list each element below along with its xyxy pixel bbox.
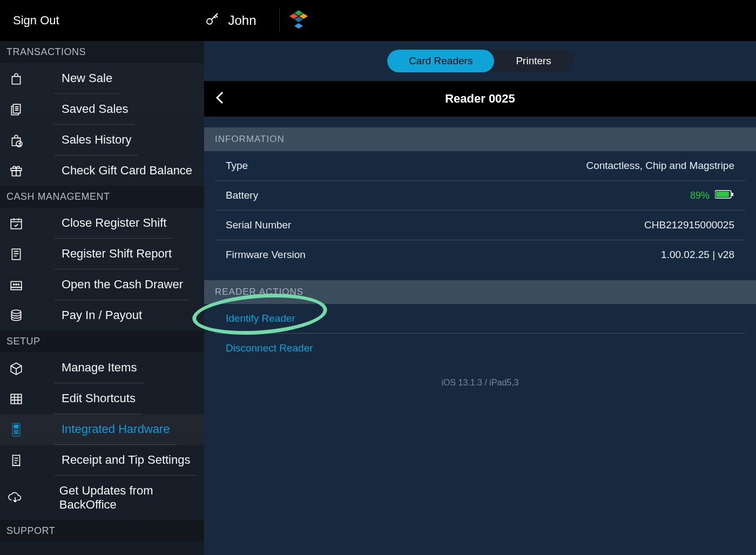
sidebar-label: Integrated Hardware: [54, 414, 177, 445]
svg-point-23: [16, 433, 17, 434]
svg-point-16: [14, 430, 15, 431]
sidebar-label: Sales History: [54, 125, 138, 155]
sidebar-label: Check Gift Card Balance: [54, 155, 199, 186]
sidebar-label: Edit Shortcuts: [54, 383, 142, 414]
sidebar: TRANSACTIONS New Sale Saved Sales Sales …: [0, 41, 204, 555]
label-type: Type: [226, 160, 248, 172]
bag-icon: [0, 72, 27, 86]
value-type: Contactless, Chip and Magstripe: [586, 160, 734, 172]
box-icon: [0, 361, 27, 375]
sidebar-item-get-updates[interactable]: Get Updates from BackOffice: [0, 476, 204, 520]
tab-bar: Card Readers Printers: [204, 41, 756, 81]
sidebar-item-receipt-tip[interactable]: Receipt and Tip Settings: [0, 445, 204, 476]
svg-rect-8: [11, 287, 22, 289]
label-serial: Serial Number: [226, 219, 291, 231]
svg-rect-13: [11, 394, 22, 403]
sidebar-label: Register Shift Report: [54, 239, 178, 269]
coins-icon: [0, 308, 27, 322]
device-info: iOS 13.1.3 / iPad5,3: [204, 363, 756, 403]
sidebar-label: Open the Cash Drawer: [54, 269, 190, 300]
main-content: Card Readers Printers Reader 0025 INFORM…: [204, 41, 756, 555]
svg-point-21: [17, 431, 18, 432]
svg-point-0: [207, 19, 212, 24]
sidebar-item-saved-sales[interactable]: Saved Sales: [0, 94, 204, 125]
svg-point-24: [17, 433, 18, 434]
svg-rect-6: [12, 249, 20, 260]
report-icon: [0, 247, 27, 261]
value-battery: 89%: [690, 190, 710, 201]
row-type: Type Contactless, Chip and Magstripe: [215, 151, 745, 181]
sidebar-label: New Sale: [54, 63, 119, 94]
sidebar-item-sales-history[interactable]: Sales History: [0, 125, 204, 155]
value-serial: CHB212915000025: [644, 219, 734, 231]
svg-rect-15: [14, 425, 18, 428]
row-firmware: Firmware Version 1.00.02.25 | v28: [215, 240, 745, 269]
sidebar-label: Receipt and Tip Settings: [54, 445, 197, 476]
calendar-check-icon: [0, 216, 27, 231]
sidebar-label: Saved Sales: [54, 94, 135, 125]
svg-point-9: [14, 283, 15, 285]
svg-point-20: [16, 431, 17, 432]
sidebar-label: Get Updates from BackOffice: [52, 476, 204, 520]
sidebar-label: Close Register Shift: [54, 208, 173, 239]
sidebar-label: Pay In / Payout: [54, 300, 148, 330]
svg-rect-7: [11, 281, 22, 287]
documents-icon: [0, 103, 27, 117]
svg-point-19: [14, 431, 15, 432]
sidebar-item-edit-shortcuts[interactable]: Edit Shortcuts: [0, 383, 204, 414]
tab-card-readers[interactable]: Card Readers: [387, 50, 494, 72]
section-header-cash: CASH MANAGEMENT: [0, 186, 204, 208]
action-disconnect-reader[interactable]: Disconnect Reader: [215, 334, 745, 363]
svg-point-12: [11, 310, 21, 314]
sidebar-item-close-shift[interactable]: Close Register Shift: [0, 208, 204, 239]
sidebar-item-new-sale[interactable]: New Sale: [0, 63, 204, 94]
sidebar-item-open-drawer[interactable]: Open the Cash Drawer: [0, 269, 204, 300]
section-header-setup: SETUP: [0, 330, 204, 353]
sidebar-item-payin-payout[interactable]: Pay In / Payout: [0, 300, 204, 330]
sidebar-item-manage-items[interactable]: Manage Items: [0, 353, 204, 383]
sidebar-item-shift-report[interactable]: Register Shift Report: [0, 239, 204, 269]
row-serial: Serial Number CHB212915000025: [215, 211, 745, 240]
sidebar-label: Manage Items: [54, 353, 143, 383]
detail-title: Reader 0025: [204, 92, 756, 106]
back-button[interactable]: [215, 90, 225, 107]
receipt-icon: [0, 454, 27, 468]
key-icon: [204, 11, 220, 30]
section-header-transactions: TRANSACTIONS: [0, 41, 204, 63]
divider: [279, 9, 280, 32]
battery-icon: [715, 189, 734, 201]
value-firmware: 1.00.02.25 | v28: [661, 249, 734, 261]
sign-out-button[interactable]: Sign Out: [13, 13, 59, 28]
svg-rect-27: [732, 193, 733, 196]
label-battery: Battery: [226, 189, 258, 201]
cash-drawer-icon: [0, 278, 27, 292]
svg-rect-26: [716, 192, 729, 197]
cloud-download-icon: [0, 491, 25, 505]
label-firmware: Firmware Version: [226, 249, 306, 261]
grid-icon: [0, 392, 27, 406]
svg-point-17: [16, 430, 17, 431]
svg-point-10: [16, 283, 17, 285]
row-battery: Battery 89%: [215, 181, 745, 211]
terminal-icon: [0, 422, 27, 437]
user-name: John: [228, 13, 256, 28]
svg-rect-5: [11, 219, 22, 228]
section-header-information: INFORMATION: [204, 127, 756, 151]
top-bar: Sign Out John: [0, 0, 756, 41]
sidebar-item-gift-card[interactable]: Check Gift Card Balance: [0, 155, 204, 186]
svg-point-18: [17, 430, 18, 431]
svg-point-11: [18, 283, 19, 285]
bag-clock-icon: [0, 133, 27, 147]
user-menu[interactable]: John: [204, 11, 256, 30]
detail-title-bar: Reader 0025: [204, 81, 756, 117]
app-logo-icon: [289, 10, 308, 31]
section-header-support: SUPPORT: [0, 520, 204, 542]
gift-icon: [0, 164, 27, 178]
svg-point-22: [14, 433, 15, 434]
sidebar-item-integrated-hardware[interactable]: Integrated Hardware: [0, 414, 204, 445]
tab-printers[interactable]: Printers: [494, 50, 572, 72]
